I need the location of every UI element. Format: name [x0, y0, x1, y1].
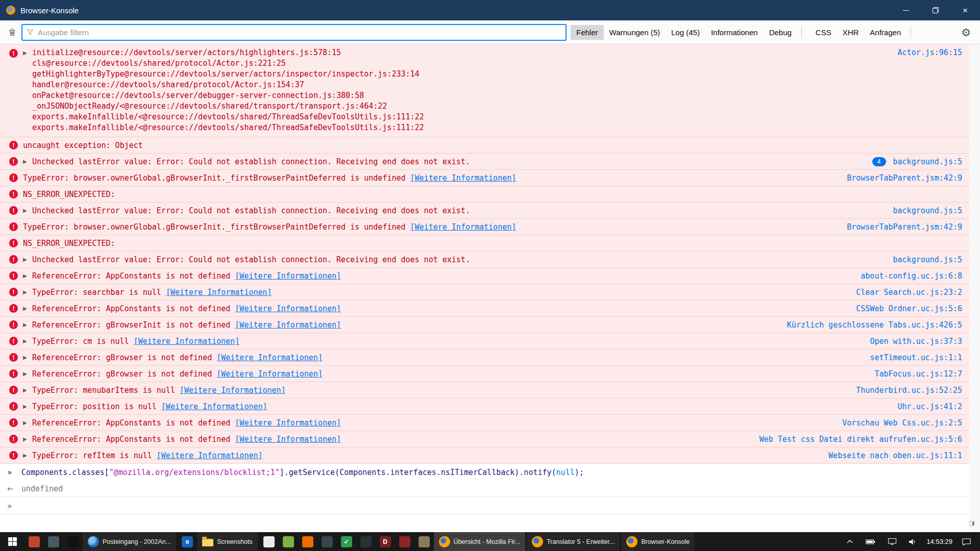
- expand-arrow-icon[interactable]: ▶: [23, 355, 32, 360]
- clear-console-button[interactable]: [3, 23, 21, 41]
- command-tokens: Components.classes["@mozilla.org/extensi…: [21, 468, 584, 477]
- learn-more-link[interactable]: [Weitere Informationen]: [161, 402, 267, 411]
- learn-more-link[interactable]: [Weitere Informationen]: [157, 451, 263, 460]
- expand-arrow-icon[interactable]: ▶: [23, 420, 32, 425]
- source-location-link[interactable]: BrowserTabParent.jsm:42:9: [847, 222, 962, 232]
- filter-button-css[interactable]: CSS: [810, 25, 837, 40]
- taskbar-pinned-app-2[interactable]: [44, 532, 63, 551]
- expand-arrow-icon[interactable]: ▶: [23, 289, 32, 295]
- source-location-link[interactable]: Web Test css Datei direkt aufrufen.uc.js…: [760, 435, 962, 444]
- learn-more-link[interactable]: [Weitere Informationen]: [235, 320, 341, 330]
- expand-arrow-icon[interactable]: ▶: [23, 371, 32, 377]
- filter-button-log-45[interactable]: Log (45): [666, 25, 705, 40]
- expand-arrow-icon[interactable]: ▶: [23, 257, 32, 262]
- battery-tray-button[interactable]: [863, 532, 878, 551]
- toolbar-separator-2: [911, 26, 911, 38]
- source-location-link[interactable]: Actor.js:96:15: [898, 48, 962, 57]
- source-location-link[interactable]: background.js:5: [893, 157, 962, 166]
- source-location-link[interactable]: CSSWeb Ordner.uc.js:5:6: [856, 304, 962, 313]
- settings-button[interactable]: ⚙: [957, 27, 975, 38]
- error-icon: !: [9, 304, 18, 313]
- learn-more-link[interactable]: [Weitere Informationen]: [410, 222, 517, 232]
- taskbar-task-posteingang-2002an[interactable]: Posteingang - 2002An...: [83, 532, 176, 551]
- filter-button-debug[interactable]: Debug: [764, 25, 797, 40]
- source-location-link[interactable]: Open with.uc.js:37:3: [870, 337, 962, 346]
- learn-more-link[interactable]: [Weitere Informationen]: [235, 418, 341, 428]
- learn-more-link[interactable]: [Weitere Informationen]: [235, 435, 341, 444]
- taskbar-pinned-app-5[interactable]: [259, 532, 279, 551]
- taskbar-pinned-app-6[interactable]: [279, 532, 298, 551]
- learn-more-link[interactable]: [Weitere Informationen]: [216, 353, 323, 362]
- source-location-link[interactable]: BrowserTabParent.jsm:42:9: [847, 173, 962, 183]
- taskbar-pinned-app-3[interactable]: [63, 532, 83, 551]
- taskbar-pinned-app-12[interactable]: [395, 532, 414, 551]
- source-location-link[interactable]: Uhr.uc.js:41:2: [898, 402, 962, 411]
- start-button[interactable]: [0, 532, 24, 551]
- expand-arrow-icon[interactable]: ▶: [23, 322, 32, 328]
- learn-more-link[interactable]: [Weitere Informationen]: [180, 386, 286, 395]
- expand-arrow-icon[interactable]: ▶: [23, 404, 32, 409]
- restore-button[interactable]: [921, 0, 950, 20]
- filter-button-xhr[interactable]: XHR: [837, 25, 865, 40]
- console-error-row: !NS_ERROR_UNEXPECTED:: [0, 186, 969, 203]
- expand-arrow-icon[interactable]: ▶: [23, 306, 32, 311]
- tray-expand-button[interactable]: [844, 532, 856, 551]
- action-center-button[interactable]: [959, 532, 974, 551]
- network-tray-button[interactable]: [885, 532, 899, 551]
- taskbar-pinned-app-11[interactable]: D: [376, 532, 395, 551]
- scrollbar-track[interactable]: [969, 44, 980, 532]
- filter-button-fehler[interactable]: Fehler: [571, 25, 604, 40]
- source-location-link[interactable]: about-config.uc.js:6:8: [861, 271, 962, 281]
- taskbar-task-übersicht-mozilla-fir[interactable]: Übersicht - Mozilla Fir...: [434, 532, 526, 551]
- source-location-link[interactable]: Clear Search.uc.js:23:2: [856, 288, 962, 297]
- filter-input[interactable]: [37, 28, 561, 37]
- taskbar-pinned-app-7[interactable]: [298, 532, 317, 551]
- expand-arrow-icon[interactable]: ▶: [23, 50, 32, 56]
- source-location-link[interactable]: Webseite nach oben.uc.js:11:1: [828, 451, 962, 460]
- volume-tray-button[interactable]: [906, 532, 920, 551]
- taskbar-pinned-app-13[interactable]: [414, 532, 434, 551]
- taskbar-pinned-app-4[interactable]: e: [178, 532, 197, 551]
- close-button[interactable]: ×: [950, 0, 980, 20]
- filter-button-anfragen[interactable]: Anfragen: [864, 25, 906, 40]
- console-error-row: !▶TypeError: searchbar is null[Weitere I…: [0, 284, 969, 300]
- taskbar-task-browser-konsole[interactable]: Browser-Konsole: [621, 532, 695, 551]
- taskbar-task-translator-5-erweiter[interactable]: Translator 5 - Erweiter...: [527, 532, 620, 551]
- learn-more-link[interactable]: [Weitere Informationen]: [235, 304, 341, 313]
- expand-arrow-icon[interactable]: ▶: [23, 436, 32, 442]
- source-location-link[interactable]: setTimeout.uc.js:1:1: [870, 353, 962, 362]
- expand-arrow-icon[interactable]: ▶: [23, 208, 32, 213]
- error-icon: !: [9, 222, 18, 231]
- source-location-link[interactable]: Thunderbird.uc.js:52:25: [856, 386, 962, 395]
- learn-more-link[interactable]: [Weitere Informationen]: [216, 369, 323, 379]
- taskbar-pinned-app-9[interactable]: ✓: [337, 532, 356, 551]
- expand-arrow-icon[interactable]: ▶: [23, 159, 32, 164]
- learn-more-link[interactable]: [Weitere Informationen]: [235, 271, 341, 281]
- expand-arrow-icon[interactable]: ▶: [23, 338, 32, 344]
- source-location-link[interactable]: background.js:5: [893, 206, 962, 215]
- filter-button-informationen[interactable]: Informationen: [705, 25, 764, 40]
- titlebar: Browser-Konsole ×: [0, 0, 980, 20]
- expand-arrow-icon[interactable]: ▶: [23, 387, 32, 393]
- source-location-link[interactable]: TabFocus.uc.js:12:7: [874, 369, 962, 379]
- taskbar-clock[interactable]: 14:53:29: [926, 538, 952, 545]
- source-location-link[interactable]: Vorschau Web Css.uc.js:2:5: [842, 418, 962, 428]
- taskbar-pinned-app-8[interactable]: [317, 532, 337, 551]
- learn-more-link[interactable]: [Weitere Informationen]: [134, 337, 240, 346]
- expand-arrow-icon[interactable]: ▶: [23, 453, 32, 458]
- error-message-text: TypeError: browser.ownerGlobal.gBrowserI…: [23, 173, 406, 183]
- error-icon: !: [9, 320, 18, 329]
- taskbar-pinned-app-10[interactable]: [356, 532, 376, 551]
- error-message-text: Unchecked lastError value: Error: Could …: [32, 206, 470, 215]
- minimize-button[interactable]: [891, 0, 921, 20]
- taskbar-pinned-app-1[interactable]: [24, 532, 44, 551]
- sidebar-toggle-button[interactable]: [966, 519, 977, 528]
- learn-more-link[interactable]: [Weitere Informationen]: [410, 173, 517, 183]
- console-input-row[interactable]: »: [0, 496, 969, 515]
- expand-arrow-icon[interactable]: ▶: [23, 273, 32, 279]
- source-location-link[interactable]: Kürzlich geschlossene Tabs.uc.js:426:5: [787, 320, 962, 330]
- source-location-link[interactable]: background.js:5: [893, 255, 962, 264]
- filter-button-warnungen-5[interactable]: Warnungen (5): [604, 25, 666, 40]
- learn-more-link[interactable]: [Weitere Informationen]: [166, 288, 272, 297]
- taskbar-task-screenshots[interactable]: Screenshots: [197, 532, 257, 551]
